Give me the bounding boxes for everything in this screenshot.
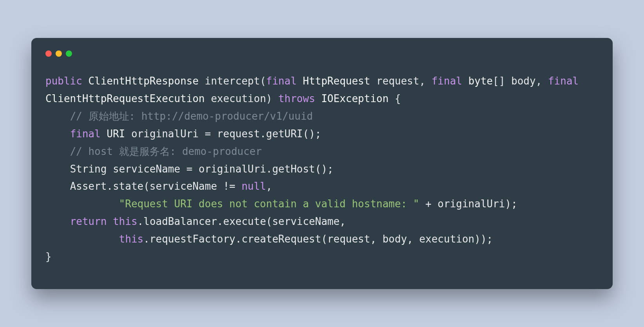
comma: , xyxy=(419,75,426,87)
type-ioexception: IOException xyxy=(321,93,388,104)
brace-open: { xyxy=(395,93,401,104)
code-block: public ClientHttpResponse intercept(fina… xyxy=(45,72,599,266)
comment-host-servicename: // host 就是服务名: demo-producer xyxy=(70,146,262,157)
param-body: body xyxy=(511,75,536,87)
keyword-public: public xyxy=(45,75,82,87)
code-window: public ClientHttpResponse intercept(fina… xyxy=(31,38,613,289)
keyword-final: final xyxy=(548,75,579,87)
keyword-throws: throws xyxy=(278,93,315,104)
comma: , xyxy=(266,180,272,192)
keyword-final: final xyxy=(70,128,101,140)
var-originaluri: originalUri xyxy=(131,128,198,140)
maximize-icon[interactable] xyxy=(66,50,72,57)
keyword-this: this xyxy=(113,216,137,227)
literal-null: null xyxy=(242,180,266,192)
func-intercept: intercept xyxy=(205,75,260,87)
expr-loadbalancer-execute: .loadBalancer.execute(serviceName, xyxy=(137,216,346,227)
param-execution: execution xyxy=(211,93,266,104)
paren-close: ) xyxy=(266,93,272,104)
stmt-assert-pre: Assert.state(serviceName != xyxy=(70,180,242,192)
type-uri: URI xyxy=(107,128,125,140)
type-clienthttpresponse: ClientHttpResponse xyxy=(88,75,199,87)
string-invalid-hostname: "Request URI does not contain a valid ho… xyxy=(119,198,419,210)
keyword-final: final xyxy=(266,75,297,87)
brackets: [] xyxy=(493,75,505,87)
minimize-icon[interactable] xyxy=(56,50,62,57)
expr-requestfactory-create: .requestFactory.createRequest(request, b… xyxy=(143,233,492,245)
keyword-this: this xyxy=(119,233,144,245)
paren-open: ( xyxy=(260,75,266,87)
type-byte: byte xyxy=(468,75,493,87)
keyword-return: return xyxy=(70,216,107,227)
close-icon[interactable] xyxy=(45,50,52,57)
keyword-final: final xyxy=(431,75,462,87)
stmt-gethost: String serviceName = originalUri.getHost… xyxy=(70,163,334,175)
equals: = xyxy=(205,128,211,140)
expr-plus-originaluri: + originalUri); xyxy=(419,198,517,210)
window-controls xyxy=(45,50,599,57)
type-httprequest: HttpRequest xyxy=(303,75,370,87)
type-clienthttprequestexecution: ClientHttpRequestExecution xyxy=(45,93,205,104)
comma: , xyxy=(536,75,542,87)
brace-close: } xyxy=(45,251,52,262)
comment-original-url: // 原始地址: http://demo-producer/v1/uuid xyxy=(70,110,313,122)
param-request: request xyxy=(376,75,419,87)
expr-geturi: request.getURI(); xyxy=(217,128,321,140)
